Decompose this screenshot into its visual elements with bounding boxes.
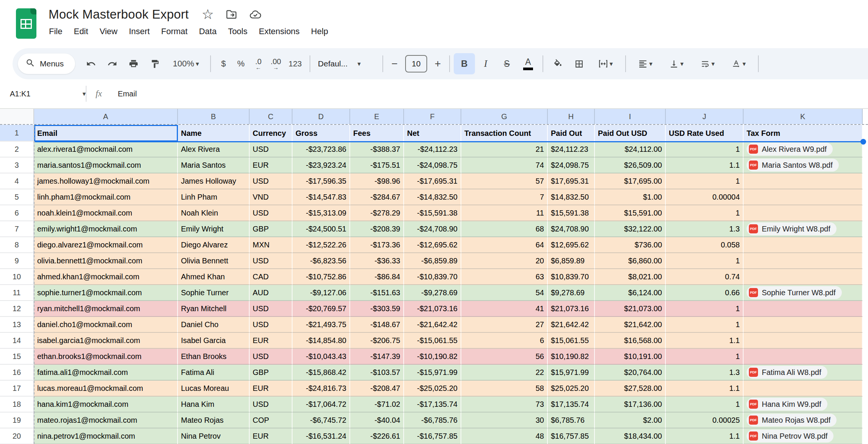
cell-D19[interactable]: -$6,745.72 bbox=[292, 413, 350, 428]
cell-H4[interactable]: $17,695.31 bbox=[548, 173, 595, 189]
column-header-G[interactable]: G bbox=[461, 109, 548, 124]
cell-E17[interactable]: -$208.47 bbox=[350, 381, 404, 397]
column-header-C[interactable]: C bbox=[250, 109, 292, 124]
strikethrough-button[interactable]: S bbox=[496, 53, 517, 74]
cell-J5[interactable]: 0.00004 bbox=[666, 189, 744, 205]
cell-J20[interactable]: 1.1 bbox=[666, 428, 744, 444]
cell-B10[interactable]: Ahmed Khan bbox=[178, 269, 250, 285]
cell-F19[interactable]: -$6,785.76 bbox=[404, 413, 461, 428]
cell-K11[interactable]: PDFSophie Turner W8.pdf bbox=[744, 285, 863, 301]
cell-E6[interactable]: -$278.29 bbox=[350, 205, 404, 221]
cell-E13[interactable]: -$148.67 bbox=[350, 317, 404, 333]
cell-C12[interactable]: USD bbox=[250, 301, 292, 317]
fill-handle[interactable] bbox=[860, 139, 866, 145]
cell-H8[interactable]: $12,695.62 bbox=[548, 237, 595, 253]
row-header-12[interactable]: 12 bbox=[0, 301, 34, 317]
cell-F14[interactable]: -$15,061.55 bbox=[404, 333, 461, 349]
cell-J10[interactable]: 0.74 bbox=[666, 269, 744, 285]
row-header-18[interactable]: 18 bbox=[0, 397, 34, 413]
fill-color-button[interactable] bbox=[547, 53, 568, 74]
cell-I6[interactable]: $15,591.00 bbox=[595, 205, 666, 221]
cell-F2[interactable]: -$24,112.23 bbox=[404, 142, 461, 157]
cell-F17[interactable]: -$25,025.20 bbox=[404, 381, 461, 397]
cell-A4[interactable]: james.holloway1@mockmail.com bbox=[34, 173, 178, 189]
cell-C4[interactable]: USD bbox=[250, 173, 292, 189]
cell-G19[interactable]: 30 bbox=[461, 413, 548, 428]
cell-B1[interactable]: Name bbox=[178, 125, 250, 142]
cell-K20[interactable]: PDFNina Petrov W8.pdf bbox=[744, 428, 863, 444]
cell-C11[interactable]: AUD bbox=[250, 285, 292, 301]
redo-button[interactable] bbox=[102, 53, 123, 74]
cell-J12[interactable]: 1 bbox=[666, 301, 744, 317]
bold-button[interactable]: B bbox=[454, 53, 475, 74]
row-header-11[interactable]: 11 bbox=[0, 285, 34, 301]
row-header-3[interactable]: 3 bbox=[0, 157, 34, 173]
cell-D11[interactable]: -$9,127.06 bbox=[292, 285, 350, 301]
cell-I17[interactable]: $27,528.00 bbox=[595, 381, 666, 397]
row-header-14[interactable]: 14 bbox=[0, 333, 34, 349]
cell-G16[interactable]: 22 bbox=[461, 365, 548, 381]
tax-form-file-chip[interactable]: PDFMateo Rojas W8.pdf bbox=[747, 414, 837, 427]
cell-I20[interactable]: $18,434.00 bbox=[595, 428, 666, 444]
text-wrap-button[interactable]: ▾ bbox=[692, 53, 723, 74]
cell-K18[interactable]: PDFHana Kim W9.pdf bbox=[744, 397, 863, 413]
cell-H16[interactable]: $15,971.99 bbox=[548, 365, 595, 381]
cell-G11[interactable]: 54 bbox=[461, 285, 548, 301]
cell-A6[interactable]: noah.klein1@mockmail.com bbox=[34, 205, 178, 221]
cell-B11[interactable]: Sophie Turner bbox=[178, 285, 250, 301]
cell-D9[interactable]: -$6,823.56 bbox=[292, 253, 350, 269]
cell-G10[interactable]: 63 bbox=[461, 269, 548, 285]
cell-F10[interactable]: -$10,839.70 bbox=[404, 269, 461, 285]
cell-K13[interactable] bbox=[744, 317, 863, 333]
cell-B12[interactable]: Ryan Mitchell bbox=[178, 301, 250, 317]
cell-J7[interactable]: 1.3 bbox=[666, 221, 744, 237]
cell-B14[interactable]: Isabel Garcia bbox=[178, 333, 250, 349]
italic-button[interactable]: I bbox=[475, 53, 496, 74]
cell-E16[interactable]: -$103.57 bbox=[350, 365, 404, 381]
cell-J11[interactable]: 0.66 bbox=[666, 285, 744, 301]
menu-view[interactable]: View bbox=[94, 25, 123, 38]
cell-H5[interactable]: $14,832.50 bbox=[548, 189, 595, 205]
cell-J13[interactable]: 1 bbox=[666, 317, 744, 333]
menu-help[interactable]: Help bbox=[305, 25, 334, 38]
tax-form-file-chip[interactable]: PDFEmily Wright W8.pdf bbox=[747, 222, 837, 235]
column-header-A[interactable]: A bbox=[34, 109, 178, 124]
cell-D12[interactable]: -$20,769.57 bbox=[292, 301, 350, 317]
text-color-button[interactable]: A bbox=[517, 53, 539, 74]
cell-A12[interactable]: ryan.mitchell1@mockmail.com bbox=[34, 301, 178, 317]
cell-D16[interactable]: -$15,868.42 bbox=[292, 365, 350, 381]
format-currency-button[interactable]: $ bbox=[215, 53, 232, 74]
cell-C14[interactable]: EUR bbox=[250, 333, 292, 349]
cell-B9[interactable]: Olivia Bennett bbox=[178, 253, 250, 269]
cell-K10[interactable] bbox=[744, 269, 863, 285]
cell-B20[interactable]: Nina Petrov bbox=[178, 428, 250, 444]
cell-E18[interactable]: -$71.02 bbox=[350, 397, 404, 413]
cell-J9[interactable]: 1 bbox=[666, 253, 744, 269]
cell-H9[interactable]: $6,859.89 bbox=[548, 253, 595, 269]
row-header-15[interactable]: 15 bbox=[0, 349, 34, 365]
cell-I10[interactable]: $8,021.00 bbox=[595, 269, 666, 285]
cell-C5[interactable]: VND bbox=[250, 189, 292, 205]
cell-I8[interactable]: $736.00 bbox=[595, 237, 666, 253]
cell-J3[interactable]: 1.1 bbox=[666, 157, 744, 173]
cell-G9[interactable]: 20 bbox=[461, 253, 548, 269]
cell-I4[interactable]: $17,695.00 bbox=[595, 173, 666, 189]
cell-J4[interactable]: 1 bbox=[666, 173, 744, 189]
cell-G8[interactable]: 64 bbox=[461, 237, 548, 253]
cell-J16[interactable]: 1.3 bbox=[666, 365, 744, 381]
cell-D10[interactable]: -$10,752.86 bbox=[292, 269, 350, 285]
tax-form-file-chip[interactable]: PDFFatima Ali W8.pdf bbox=[747, 366, 827, 379]
cell-H18[interactable]: $17,135.74 bbox=[548, 397, 595, 413]
cell-F5[interactable]: -$14,832.50 bbox=[404, 189, 461, 205]
menu-data[interactable]: Data bbox=[193, 25, 222, 38]
cell-K6[interactable] bbox=[744, 205, 863, 221]
menu-insert[interactable]: Insert bbox=[123, 25, 156, 38]
cell-F12[interactable]: -$21,073.16 bbox=[404, 301, 461, 317]
print-button[interactable] bbox=[123, 53, 144, 74]
cell-H2[interactable]: $24,112.23 bbox=[548, 142, 595, 157]
cell-K19[interactable]: PDFMateo Rojas W8.pdf bbox=[744, 413, 863, 428]
cell-I3[interactable]: $26,509.00 bbox=[595, 157, 666, 173]
row-header-2[interactable]: 2 bbox=[0, 142, 34, 157]
cell-C16[interactable]: GBP bbox=[250, 365, 292, 381]
cell-A8[interactable]: diego.alvarez1@mockmail.com bbox=[34, 237, 178, 253]
